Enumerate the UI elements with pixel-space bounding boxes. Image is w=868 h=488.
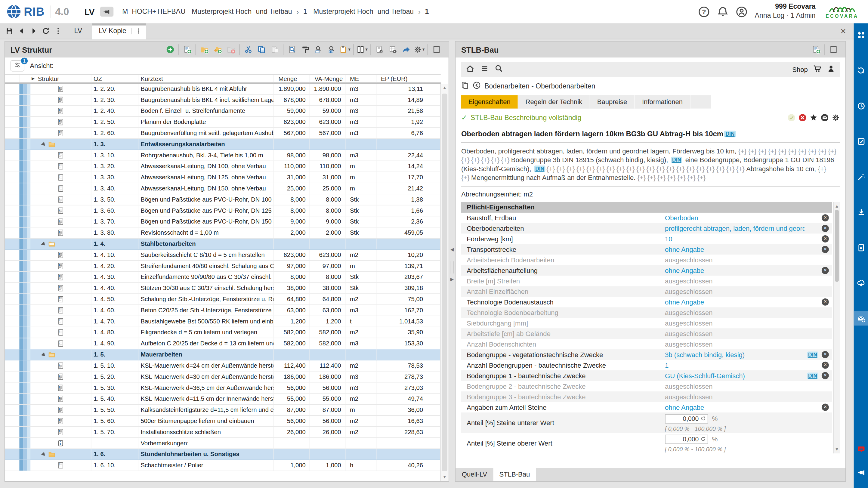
more-menu-icon[interactable] [52, 25, 64, 37]
lv-position-row[interactable]: 1. 5. 70.Installationsschlitze schließen… [5, 427, 441, 438]
property-value-link[interactable]: GU (Kies-Schluff-Gemisch) [665, 372, 745, 380]
sidebar-document-icon[interactable] [854, 240, 868, 255]
find-position-icon[interactable] [312, 43, 325, 55]
lv-position-row[interactable]: 1. 2. 40.Boden f. Einzel- u. Streifenfun… [5, 105, 441, 117]
shop-label[interactable]: Shop [792, 66, 808, 73]
copy-pages-icon[interactable] [461, 82, 469, 91]
col-struktur[interactable]: ▶ Struktur [19, 74, 91, 83]
lv-group-row[interactable]: 1. 3.Entwässerungskanalarbeiten [5, 139, 441, 150]
col-me[interactable]: ME [345, 74, 376, 83]
property-value-link[interactable]: 10 [665, 235, 673, 243]
help-icon[interactable]: ? [698, 6, 710, 18]
property-value-link[interactable]: Oberboden [665, 214, 698, 222]
nav-forward-icon[interactable] [28, 25, 40, 37]
columns-menu-icon[interactable] [355, 43, 369, 55]
scroll-down-icon[interactable]: ▼ [441, 475, 448, 480]
din-badge[interactable]: DIN [807, 372, 818, 379]
lv-position-row[interactable]: 1. 4. 30.Einzelfundamente 90/90/80 aus C… [5, 272, 441, 283]
pin-icon[interactable] [100, 7, 114, 17]
lv-scrollbar[interactable]: ▲ ▼ [440, 84, 448, 481]
remove-icon[interactable]: × [822, 267, 829, 274]
placeholder-plus[interactable]: {+} [818, 147, 827, 155]
new-document-icon[interactable] [809, 43, 823, 55]
lv-position-row[interactable]: 1. 4. 20.Streifenfundament 40/80 einschl… [5, 261, 441, 272]
filter-sliders-icon[interactable]: 1 [10, 60, 24, 71]
placeholder-plus[interactable]: {+} [798, 147, 807, 155]
tab-menu-icon[interactable] [131, 28, 142, 34]
lv-position-row[interactable]: 1. 2. 30.Baugrubenaushub bis BKL 4 incl.… [5, 95, 441, 106]
placeholder-plus[interactable]: {+} [818, 165, 826, 173]
placeholder-plus[interactable]: {+} [607, 165, 615, 173]
sidebar-tasks-icon[interactable] [854, 134, 868, 148]
property-value-link[interactable]: ohne Angabe [665, 267, 704, 274]
property-value-link[interactable]: 1 [665, 361, 669, 369]
lv-position-row[interactable]: 1. 4. 80.Filigrandecke d = 5 cm liefern … [5, 327, 441, 338]
sidebar-magic-wand-icon[interactable] [854, 170, 868, 184]
din-badge[interactable]: DIN [807, 352, 818, 358]
lv-position-row[interactable]: 1. 4. 40.Stützen 30/30 aus C 30/37 einsc… [5, 283, 441, 294]
col-kurztext[interactable]: Kurztext [138, 74, 274, 83]
remove-icon[interactable]: × [822, 351, 829, 358]
lv-position-row[interactable]: 1. 4. 70.Baustahlgewebe Bst 500/550 RK l… [5, 316, 441, 327]
remove-icon[interactable]: × [822, 246, 829, 253]
splitter-handle[interactable] [451, 262, 454, 273]
placeholder-plus[interactable]: {+} [471, 156, 479, 164]
breadcrumb-project[interactable]: M_HOCH+TIEFBAU - Musterprojekt Hoch- und… [122, 8, 292, 16]
layout-square-icon[interactable] [827, 43, 840, 55]
scroll-down-icon[interactable]: ▼ [834, 447, 840, 452]
placeholder-plus[interactable]: {+} [748, 147, 757, 155]
placeholder-plus[interactable]: {+} [461, 174, 470, 182]
placeholder-plus[interactable]: {+} [617, 165, 625, 173]
lv-position-row[interactable]: 1. 4. 50.Schalung der Stb.-Unterzüge, Fe… [5, 294, 441, 305]
placeholder-plus[interactable]: {+} [666, 165, 675, 173]
lv-position-row[interactable]: 1. 3. 60.Bögen und Paßstücke aus PVC-U-R… [5, 206, 441, 217]
scroll-thumb[interactable] [835, 210, 839, 282]
sidebar-mail-notify-icon[interactable] [854, 311, 868, 326]
placeholder-plus[interactable]: {+} [491, 156, 499, 164]
search-icon[interactable] [494, 64, 503, 75]
placeholder-plus[interactable]: {+} [736, 165, 745, 173]
cancel-red-icon[interactable] [799, 114, 807, 122]
layout-square-icon[interactable] [430, 43, 443, 55]
close-icon[interactable]: × [841, 26, 846, 35]
placeholder-plus[interactable]: {+} [778, 147, 786, 155]
placeholder-plus[interactable]: {+} [626, 165, 635, 173]
lv-position-row[interactable]: 1. 4. 60.Beton C20/25 der Stb.-Unterzüge… [5, 305, 441, 316]
placeholder-plus[interactable]: {+} [707, 165, 715, 173]
remove-icon[interactable]: × [822, 214, 829, 221]
placeholder-plus[interactable]: {+} [547, 165, 555, 173]
gear-dark-icon[interactable] [832, 114, 840, 122]
spinner-icon[interactable] [701, 436, 706, 442]
lv-position-row[interactable]: 1. 3. 20.Abwasserkanal-Leitung, DN 100, … [5, 161, 441, 172]
lv-info-row[interactable]: Vorbemerkungen: [5, 438, 441, 449]
format-painter-icon[interactable] [299, 43, 312, 55]
din-badge[interactable]: DIN [671, 157, 682, 163]
mail-circle-icon[interactable] [820, 114, 829, 122]
tab-regeln-der-technik[interactable]: Regeln der Technik [518, 95, 590, 109]
placeholder-plus[interactable]: {+} [788, 147, 796, 155]
copy-icon[interactable] [254, 43, 268, 55]
property-value-link[interactable]: 3b (schwach bindig, kiesig) [665, 351, 745, 359]
lv-position-row[interactable]: 1. 4. 90.Aufbeton C 20/25 der Decke d = … [5, 338, 441, 349]
panel-splitter[interactable]: ◀ ▶ [449, 41, 455, 482]
lv-position-row[interactable]: 1. 2. 50.Planum der Bodenplatte623,00062… [5, 117, 441, 128]
placeholder-plus[interactable]: {+} [577, 165, 585, 173]
star-icon[interactable] [809, 114, 818, 122]
placeholder-plus[interactable]: {+} [808, 147, 816, 155]
placeholder-plus[interactable]: {+} [557, 165, 565, 173]
number-input[interactable]: 0,000 [665, 414, 708, 423]
lv-position-row[interactable]: 1. 3. 80.Revisionsschacht d = 1,00 m2,00… [5, 227, 441, 239]
placeholder-plus[interactable]: {+} [768, 147, 777, 155]
lv-position-row[interactable]: 1. 2. 60.Baugrubenverfüllung mit seitl. … [5, 128, 441, 139]
new-document-icon[interactable] [181, 43, 194, 55]
new-folder-icon[interactable] [198, 43, 211, 55]
bell-icon[interactable] [717, 6, 729, 18]
col-va-menge[interactable]: VA-Menge [310, 74, 345, 83]
properties-scrollbar[interactable]: ▲ ▼ [833, 202, 840, 453]
collapse-left-icon[interactable]: ◀ [449, 247, 455, 252]
sidebar-dashboard-icon[interactable] [854, 28, 868, 42]
tab-informationen[interactable]: Informationen [635, 95, 690, 109]
lv-position-row[interactable]: 1. 5. 40.KSL-Mauerwerk d=11,5 cm der Inn… [5, 394, 441, 405]
cut-icon[interactable] [241, 43, 254, 55]
settings-menu-icon[interactable] [412, 43, 426, 55]
